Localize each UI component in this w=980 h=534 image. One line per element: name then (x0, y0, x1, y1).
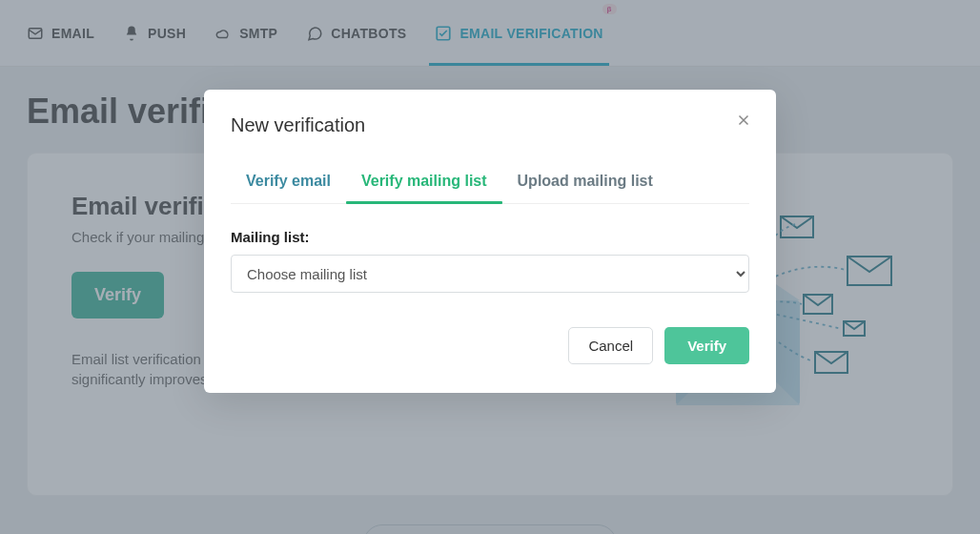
tab-verify-email[interactable]: Verify email (231, 163, 346, 203)
mailing-list-select[interactable]: Choose mailing list (231, 255, 749, 293)
modal-overlay[interactable]: New verification Verify email Verify mai… (0, 0, 980, 534)
tab-upload-mailing-list[interactable]: Upload mailing list (502, 163, 668, 203)
close-button[interactable] (732, 109, 755, 132)
modal-verify-button[interactable]: Verify (664, 327, 749, 364)
modal-actions: Cancel Verify (231, 327, 749, 364)
modal-tabs: Verify email Verify mailing list Upload … (231, 163, 749, 204)
cancel-button[interactable]: Cancel (568, 327, 653, 364)
close-icon (735, 112, 752, 129)
modal-title: New verification (231, 114, 749, 136)
mailing-list-label: Mailing list: (231, 229, 749, 245)
tab-verify-mailing-list[interactable]: Verify mailing list (346, 163, 502, 203)
new-verification-modal: New verification Verify email Verify mai… (204, 90, 776, 393)
